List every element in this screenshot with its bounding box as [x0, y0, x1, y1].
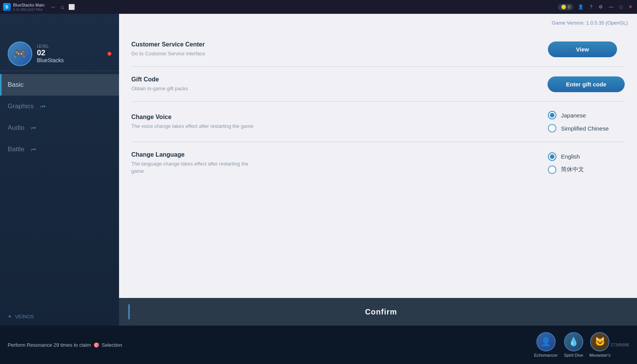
task-text: Perform Resonance 29 times to claim 🎯 Se… [8, 342, 122, 348]
change-voice-desc: The voice change takes effect after rest… [131, 123, 262, 130]
voice-simplified-chinese-radio[interactable] [548, 124, 556, 132]
char-echomancer[interactable]: 👤 Echomancer [534, 332, 558, 357]
settings-nav: Basic Graphics ›•• Audio ›•• Battle ›•• [0, 74, 119, 160]
settings-nav-battle[interactable]: Battle ›•• [0, 139, 119, 160]
game-version-label: Game Version: 1.0.5.35 (OpenGL) [552, 20, 628, 26]
settings-content-area: Customer Service Center Go to Customer S… [119, 29, 637, 298]
voice-simplified-chinese-label: Simplified Chinese [561, 125, 609, 132]
lang-english-radio[interactable] [548, 152, 556, 161]
audio-nav-arrows: ›•• [30, 125, 36, 131]
gift-code-section: Gift Code Obtain in-game gift packs Ente… [131, 67, 625, 102]
char-meowster[interactable]: 🐱 Meowster's [589, 332, 611, 357]
title-controls: 🪙 0 👤 ? ⚙ — □ ✕ [558, 3, 634, 10]
echomancer-icon: 👤 [536, 332, 556, 351]
lang-simplified-chinese-radio[interactable] [548, 165, 556, 174]
confirm-progress-bar [128, 304, 130, 319]
voice-japanese-label: Japanese [561, 112, 586, 119]
customer-service-section: Customer Service Center Go to Customer S… [131, 32, 625, 67]
help-button[interactable]: ? [588, 3, 594, 10]
battle-nav-label: Battle [8, 146, 24, 153]
voice-japanese-option[interactable]: Japanese [548, 111, 586, 119]
coin-count: 0 [568, 5, 570, 9]
user-account-button[interactable]: 👤 [576, 3, 585, 10]
settings-level-num: 02 [37, 48, 64, 57]
lang-simplified-chinese-label: 简休中文 [561, 166, 584, 173]
player-id: 27348686 [611, 342, 629, 347]
gift-code-title: Gift Code [131, 76, 548, 83]
char-spirit-dive[interactable]: 💧 Spirit Dive [564, 332, 583, 357]
maximize-button[interactable]: □ [618, 3, 624, 10]
settings-nav-audio[interactable]: Audio ›•• [0, 117, 119, 139]
change-voice-title: Change Voice [131, 114, 548, 121]
settings-left-panel: 🎮 LEVEL 02 BlueStacks Basic Graphics ›••… [0, 14, 119, 326]
coin-icon: 🪙 [561, 5, 566, 10]
close-button[interactable]: ✕ [627, 3, 634, 10]
basic-nav-label: Basic [8, 81, 24, 89]
title-bar: B BlueStacks Main 5.21.560.1027 P64 ← ⌂ … [0, 0, 637, 14]
app-title: BlueStacks Main [13, 3, 45, 7]
change-voice-left: Change Voice The voice change takes effe… [131, 114, 548, 130]
windows-button[interactable]: ⬜ [68, 4, 75, 10]
settings-user-info: LEVEL 02 BlueStacks [37, 44, 64, 63]
app-icon: B [3, 3, 11, 11]
lang-simplified-chinese-option[interactable]: 简休中文 [548, 165, 584, 174]
logo-icon: ✦ [8, 314, 12, 319]
settings-dialog: 🎮 LEVEL 02 BlueStacks Basic Graphics ›••… [0, 14, 637, 326]
task-description: Perform Resonance 29 times to claim [8, 342, 91, 348]
change-language-desc: The language change takes effect after r… [131, 160, 262, 174]
settings-header: Game Version: 1.0.5.35 (OpenGL) [119, 14, 637, 29]
confirm-button[interactable]: Confirm [134, 308, 628, 316]
home-button[interactable]: ⌂ [61, 4, 64, 10]
settings-nav-graphics[interactable]: Graphics ›•• [0, 96, 119, 117]
coin-display: 🪙 0 [558, 4, 573, 10]
lang-english-option[interactable]: English [548, 152, 580, 161]
change-language-right: English 简休中文 [548, 152, 625, 174]
change-language-section: Change Language The language change take… [131, 142, 625, 184]
app-title-block: BlueStacks Main 5.21.560.1027 P64 [13, 3, 45, 12]
voice-japanese-radio[interactable] [548, 111, 556, 119]
title-nav: ← ⌂ ⬜ [51, 4, 75, 10]
app-logo: B BlueStacks Main 5.21.560.1027 P64 [3, 3, 45, 12]
graphics-nav-label: Graphics [8, 103, 34, 110]
battle-nav-arrows: ›•• [30, 146, 36, 152]
settings-level-label: LEVEL [37, 44, 64, 48]
app-version: 5.21.560.1027 P64 [13, 8, 45, 12]
back-button[interactable]: ← [51, 4, 56, 10]
minimize-button[interactable]: — [607, 3, 615, 10]
lang-english-label: English [561, 153, 580, 160]
enter-gift-code-button[interactable]: Enter gift code [548, 76, 625, 92]
selection-label: Selection [102, 342, 122, 348]
change-voice-right: Japanese Simplified Chinese [548, 111, 625, 132]
gift-code-left: Gift Code Obtain in-game gift packs [131, 76, 548, 92]
meowster-icon: 🐱 [590, 332, 609, 351]
view-button[interactable]: View [548, 41, 617, 57]
customer-service-title: Customer Service Center [131, 41, 548, 48]
logo-text: VEINOS [15, 314, 34, 319]
audio-nav-label: Audio [8, 124, 24, 132]
bottom-hud: Perform Resonance 29 times to claim 🎯 Se… [0, 326, 637, 364]
change-language-left: Change Language The language change take… [131, 151, 548, 174]
settings-main-panel: ✕ Game Version: 1.0.5.35 (OpenGL) Custom… [119, 14, 637, 326]
spirit-dive-name: Spirit Dive [564, 353, 583, 357]
echomancer-name: Echomancer [534, 353, 558, 357]
settings-button[interactable]: ⚙ [597, 3, 604, 10]
graphics-nav-arrows: ›•• [40, 103, 45, 109]
task-bar: Perform Resonance 29 times to claim 🎯 Se… [8, 342, 534, 348]
voice-simplified-chinese-option[interactable]: Simplified Chinese [548, 124, 609, 132]
gift-code-desc: Obtain in-game gift packs [131, 85, 262, 92]
confirm-bar: Confirm [119, 298, 637, 326]
meowster-name: Meowster's [589, 353, 611, 357]
active-bar [0, 74, 2, 96]
settings-username: BlueStacks [37, 57, 64, 63]
change-language-title: Change Language [131, 151, 548, 158]
plus-icon: 🎯 [93, 342, 99, 348]
customer-service-right: View [548, 41, 625, 57]
settings-avatar: 🎮 [8, 41, 32, 66]
change-voice-section: Change Voice The voice change takes effe… [131, 102, 625, 142]
customer-service-left: Customer Service Center Go to Customer S… [131, 41, 548, 57]
settings-nav-basic[interactable]: Basic [0, 74, 119, 96]
notification-dot [108, 52, 111, 56]
spirit-dive-icon: 💧 [564, 332, 583, 351]
settings-profile-area: 🎮 LEVEL 02 BlueStacks [0, 37, 119, 71]
gift-code-right: Enter gift code [548, 76, 625, 92]
